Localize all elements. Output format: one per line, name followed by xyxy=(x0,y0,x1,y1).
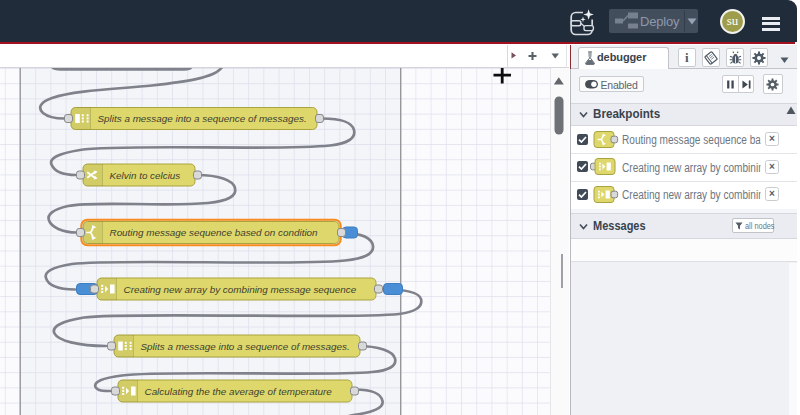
svg-text:Routing message sequence based: Routing message sequence based on condit… xyxy=(110,227,319,238)
svg-text:Splits a message into a sequen: Splits a message into a sequence of mess… xyxy=(98,113,307,124)
svg-text:Calculating the the average of: Calculating the the average of temperatu… xyxy=(145,386,333,397)
svg-text:Kelvin to celcius: Kelvin to celcius xyxy=(110,170,181,181)
svg-text:Splits a message into a sequen: Splits a message into a sequence of mess… xyxy=(141,341,350,352)
svg-text:Creating new array by combinin: Creating new array by combining message … xyxy=(124,284,357,295)
